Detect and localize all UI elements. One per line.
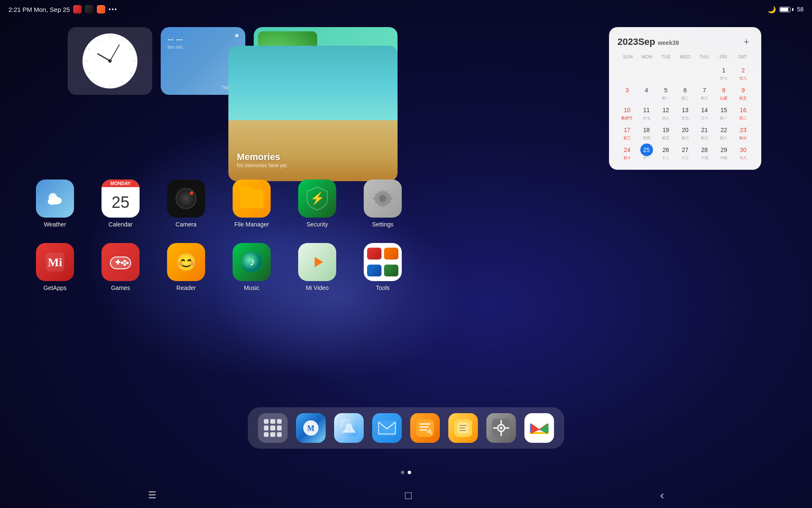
app-item-settings[interactable]: Settings [362,179,404,228]
dock-applist-button[interactable] [258,413,288,443]
app-item-filemanager[interactable]: File Manager [230,179,273,228]
camera-app-label: Camera [176,221,197,228]
cal-day-30[interactable]: 30 十八 [733,142,753,161]
cal-day-20[interactable]: 20 初六 [675,122,695,141]
dock-mail-button[interactable] [372,413,402,443]
cal-dow-mon: MON [637,54,656,59]
cal-day-29[interactable]: 29 中秋 [714,142,734,161]
music-app-label: Music [244,284,260,291]
svg-rect-10 [117,260,119,265]
svg-text:⚡: ⚡ [310,191,325,205]
cal-day-num-7: 7 [698,84,711,97]
cal-day-num-16: 16 [737,104,749,116]
dock-gallery-button[interactable] [334,413,364,443]
cal-day-23[interactable]: 23 秋分 [733,122,753,141]
cal-day-14[interactable]: 14 三十 [695,102,714,121]
dock-gmail-button[interactable] [524,413,554,443]
calendar-widget[interactable]: 2023Sep week39 + SUN MON TUE WED THU FRI… [609,27,761,170]
cal-day-sub-22: 初八 [714,136,734,140]
clock-minute-hand [110,44,120,61]
cal-day-15[interactable]: 15 初一 [714,102,734,121]
cal-day-12[interactable]: 12 廿八 [656,102,675,121]
nav-home-button[interactable]: □ [401,485,416,506]
page-dot-1[interactable] [401,471,404,474]
svg-text:M: M [307,424,315,433]
cal-day-27[interactable]: 27 十三 [675,142,695,161]
nav-back-button[interactable]: ‹ [656,484,668,506]
app-item-weather[interactable]: Weather [34,179,76,228]
cal-day-8[interactable]: 8 白露 [714,83,734,102]
calendar-week-text: week39 [658,39,679,46]
battery-percent: 58 [797,6,804,13]
cal-day-sub-30: 十八 [733,156,753,160]
cal-day-1[interactable]: 1 廿七 [714,63,734,82]
cal-day-sub-20: 初六 [675,136,695,140]
app-item-security[interactable]: ⚡ Security [296,179,338,228]
app-item-getapps[interactable]: Mi GetApps [34,243,76,291]
calendar-month-year: 2023Sep week39 [617,36,679,47]
cal-dow-fri: FRI [714,54,733,59]
svg-point-11 [123,260,126,262]
cal-day-9[interactable]: 9 初五 [733,83,753,102]
cal-day-11[interactable]: 11 廿七 [637,102,656,121]
clock-widget[interactable] [68,27,152,95]
app-item-mivideo[interactable]: Mi Video [296,243,338,291]
cal-day-4[interactable]: 4 [637,83,656,102]
cal-day-28[interactable]: 28 十四 [695,142,714,161]
grid-dot-3 [277,419,282,424]
cal-day-13[interactable]: 13 廿九 [675,102,695,121]
status-dots[interactable]: ••• [109,6,118,13]
cal-day-22[interactable]: 22 初八 [714,122,734,141]
weather-temp-display: -- -- [167,34,239,45]
weather-dot [235,34,239,37]
page-dot-2[interactable] [408,471,411,474]
cal-day-num-5: 5 [659,84,672,97]
cal-day-num-8: 8 [717,84,730,97]
cal-day-25[interactable]: 25 十一 [637,142,656,161]
cal-day-3[interactable]: 3 [617,83,637,102]
app-item-reader[interactable]: 😊 Reader [165,243,207,291]
camera-red-dot [190,191,193,195]
main-content: -- -- ther info Tap to get No songs here… [0,19,812,483]
cal-day-26[interactable]: 26 十二 [656,142,675,161]
cal-day-19[interactable]: 19 初五 [656,122,675,141]
cal-day-num-11: 11 [640,104,653,116]
nav-menu-button[interactable]: ☰ [144,486,161,505]
filemanager-app-icon [233,179,271,218]
cal-day-2[interactable]: 2 廿八 [733,63,753,82]
moon-icon: 🌙 [768,6,776,14]
cal-day-6[interactable]: 6 初二 [675,83,695,102]
cal-day-num-14: 14 [698,104,711,116]
svg-rect-32 [459,425,467,426]
cal-day-sub-5: 初一 [656,97,675,100]
music-app-icon: ♪ [233,243,271,281]
dock-pages-button[interactable] [410,413,440,443]
cal-day-18[interactable]: 18 初四 [637,122,656,141]
app-item-music[interactable]: ♪ Music [230,243,273,291]
dock-settings-button[interactable] [486,413,516,443]
svg-rect-29 [420,429,427,431]
camera-lens [176,188,197,209]
cal-dow-thu: THU [695,54,714,59]
calendar-header: 2023Sep week39 + [617,36,753,48]
cal-day-10[interactable]: 10 教师节 [617,102,637,121]
cal-day-7[interactable]: 7 初三 [695,83,714,102]
cal-day-17[interactable]: 17 初三 [617,122,637,141]
cal-day-21[interactable]: 21 初七 [695,122,714,141]
cal-day-sub-6: 初二 [675,97,695,100]
svg-rect-22 [378,420,396,436]
grid-dot-1 [264,419,269,424]
calendar-add-button[interactable]: + [740,36,753,48]
cal-day-24[interactable]: 24 初十 [617,142,637,161]
memories-widget[interactable]: Memories No memories here yet [228,46,398,181]
memories-water [228,46,398,120]
app-item-camera[interactable]: Camera [165,179,207,228]
app-item-games[interactable]: Games [99,243,142,291]
dock-mi-browser-button[interactable]: M [296,413,326,443]
cal-day-16[interactable]: 16 初二 [733,102,753,121]
app-item-tools[interactable]: Tools [362,243,404,291]
cal-day-5[interactable]: 5 初一 [656,83,675,102]
status-right: 🌙 58 [768,6,804,14]
app-item-calendar[interactable]: Monday 25 Calendar [99,179,142,228]
dock-notes-button[interactable] [448,413,478,443]
